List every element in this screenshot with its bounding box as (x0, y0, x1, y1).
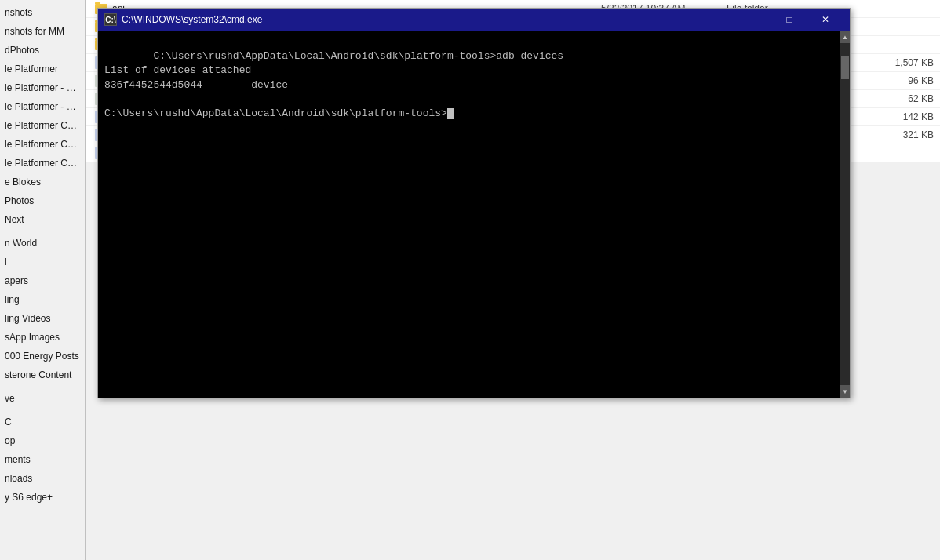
file-size (862, 0, 940, 18)
sidebar-item-26[interactable]: ments (0, 450, 85, 469)
file-size: 1,507 KB (862, 54, 940, 72)
cmd-maximize-button[interactable]: □ (771, 9, 807, 31)
cmd-line2: List of devices attached (104, 64, 251, 76)
cmd-scrollbar[interactable]: ▲ ▼ (840, 31, 850, 398)
sidebar-item-7[interactable]: le Platformer Chapte (0, 135, 85, 154)
file-size: 142 KB (862, 108, 940, 126)
sidebar-item-6[interactable]: le Platformer Chapte (0, 116, 85, 135)
sidebar-item-18[interactable]: sApp Images (0, 328, 85, 347)
cmd-line1: C:\Users\rushd\AppData\Local\Android\sdk… (153, 50, 563, 62)
sidebar-item-22[interactable]: ve (0, 389, 85, 408)
file-size: 62 KB (862, 90, 940, 108)
sidebar-item-27[interactable]: nloads (0, 469, 85, 488)
sidebar-item-13[interactable]: n World (0, 234, 85, 253)
file-size: 321 KB (862, 126, 940, 144)
sidebar-item-24[interactable]: C (0, 413, 85, 431)
sidebar-item-4[interactable]: le Platformer - Copy (0, 78, 85, 97)
file-size (862, 36, 940, 54)
sidebar-item-3[interactable]: le Platformer (0, 60, 85, 78)
cmd-title: C:\WINDOWS\system32\cmd.exe (122, 14, 735, 25)
sidebar-item-14[interactable]: l (0, 253, 85, 271)
cmd-window: C:\ C:\WINDOWS\system32\cmd.exe ─ □ ✕ C:… (97, 8, 851, 398)
sidebar-item-11[interactable]: Next (0, 210, 85, 229)
sidebar-item-10[interactable]: Photos (0, 191, 85, 210)
cmd-controls: ─ □ ✕ (735, 9, 843, 31)
sidebar-item-15[interactable]: apers (0, 271, 85, 290)
sidebar-item-17[interactable]: ling Videos (0, 309, 85, 328)
sidebar-item-2[interactable]: dPhotos (0, 41, 85, 60)
cmd-line3: 836f4452544d5044 device (104, 79, 288, 91)
cmd-output: C:\Users\rushd\AppData\Local\Android\sdk… (98, 31, 840, 398)
sidebar-item-9[interactable]: e Blokes (0, 173, 85, 191)
cmd-minimize-button[interactable]: ─ (735, 9, 771, 31)
cmd-line5: C:\Users\rushd\AppData\Local\Android\sdk… (104, 107, 447, 119)
sidebar-item-5[interactable]: le Platformer - Copy (2) (0, 97, 85, 116)
cmd-scroll-up[interactable]: ▲ (840, 31, 850, 43)
file-size (862, 144, 940, 162)
sidebar-item-1[interactable]: nshots for MM (0, 22, 85, 41)
sidebar-item-28[interactable]: y S6 edge+ (0, 488, 85, 507)
main-content: api5/22/2017 10:37 AMFile folderlib645/2… (86, 0, 940, 560)
sidebar: nshots nshots for MM dPhotos le Platform… (0, 0, 85, 560)
cmd-titlebar: C:\ C:\WINDOWS\system32\cmd.exe ─ □ ✕ (98, 9, 850, 31)
sidebar-item-20[interactable]: sterone Content (0, 365, 85, 384)
sidebar-item-0[interactable]: nshots (0, 3, 85, 22)
cmd-close-button[interactable]: ✕ (807, 9, 843, 31)
cmd-body: C:\Users\rushd\AppData\Local\Android\sdk… (98, 31, 850, 398)
cmd-cursor (447, 108, 454, 119)
cmd-icon: C:\ (104, 13, 117, 26)
sidebar-item-25[interactable]: op (0, 431, 85, 450)
sidebar-item-19[interactable]: 000 Energy Posts (0, 347, 85, 365)
cmd-scroll-thumb[interactable] (841, 56, 849, 79)
cmd-scroll-down[interactable]: ▼ (840, 385, 850, 398)
sidebar-item-8[interactable]: le Platformer Chapte (0, 154, 85, 173)
sidebar-item-16[interactable]: ling (0, 290, 85, 309)
file-size (862, 18, 940, 36)
file-size: 96 KB (862, 72, 940, 90)
